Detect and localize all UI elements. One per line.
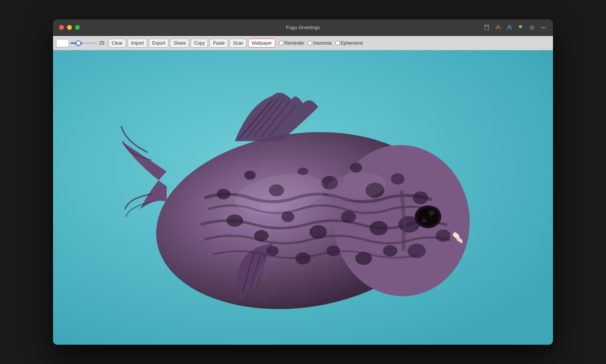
ephemeral-checkbox-label[interactable]: Ephemeral <box>336 40 363 46</box>
insomnia-checkbox-label[interactable]: Insomnia <box>308 40 332 46</box>
ephemeral-label: Ephemeral <box>341 40 363 46</box>
fish-svg <box>53 50 553 345</box>
svg-point-5 <box>543 27 544 28</box>
scan-button[interactable]: Scan <box>230 39 247 48</box>
close-button[interactable] <box>59 25 64 30</box>
app-window: Fugu Greetings <box>53 19 553 345</box>
svg-point-35 <box>417 208 439 226</box>
maximize-button[interactable] <box>75 25 80 30</box>
slider-value: 25 <box>99 40 106 46</box>
reminder-label: Reminder <box>284 40 304 46</box>
svg-point-17 <box>391 173 405 185</box>
svg-point-36 <box>429 210 435 216</box>
clear-button[interactable]: Clear <box>108 39 126 48</box>
insomnia-label: Insomnia <box>313 40 332 46</box>
svg-point-32 <box>383 245 397 257</box>
svg-point-2 <box>508 25 511 28</box>
export-button[interactable]: Export <box>149 39 169 48</box>
window-controls <box>483 24 547 31</box>
puzzle-icon[interactable] <box>517 24 524 31</box>
window-title: Fugu Greetings <box>286 25 320 30</box>
minimize-button[interactable] <box>67 25 72 30</box>
ephemeral-checkbox[interactable] <box>336 41 340 45</box>
svg-point-28 <box>267 246 279 256</box>
svg-rect-0 <box>485 25 489 30</box>
user-icon-1[interactable] <box>495 24 501 31</box>
new-file-icon[interactable] <box>483 24 490 31</box>
svg-point-3 <box>531 26 533 28</box>
import-button[interactable]: Import <box>128 39 147 48</box>
brush-size-control: 25 <box>70 40 106 46</box>
insomnia-checkbox[interactable] <box>308 41 312 45</box>
reminder-checkbox-label[interactable]: Reminder <box>279 40 304 46</box>
toolbar: 25 Clear Import Export Share Copy Paste … <box>53 36 553 50</box>
svg-point-1 <box>497 25 499 28</box>
copy-button[interactable]: Copy <box>191 39 208 48</box>
content-area[interactable] <box>53 50 553 345</box>
wallpaper-button[interactable]: Wallpaper <box>248 39 275 48</box>
share-button[interactable]: Share <box>170 39 189 48</box>
svg-point-15 <box>350 163 362 173</box>
title-bar: Fugu Greetings <box>53 19 553 36</box>
paste-button[interactable]: Paste <box>209 39 228 48</box>
more-icon[interactable] <box>540 24 547 31</box>
svg-point-37 <box>422 219 426 222</box>
svg-point-6 <box>545 27 546 28</box>
brush-size-slider[interactable] <box>70 42 97 44</box>
reminder-checkbox[interactable] <box>279 41 283 45</box>
color-swatch[interactable] <box>56 39 69 47</box>
traffic-lights <box>59 25 80 30</box>
checkbox-group: Reminder Insomnia Ephemeral <box>279 40 363 46</box>
fish-image <box>53 50 553 345</box>
svg-point-11 <box>244 171 256 180</box>
settings-icon[interactable] <box>529 24 536 31</box>
svg-point-4 <box>541 27 542 28</box>
user-icon-2[interactable] <box>506 24 513 31</box>
